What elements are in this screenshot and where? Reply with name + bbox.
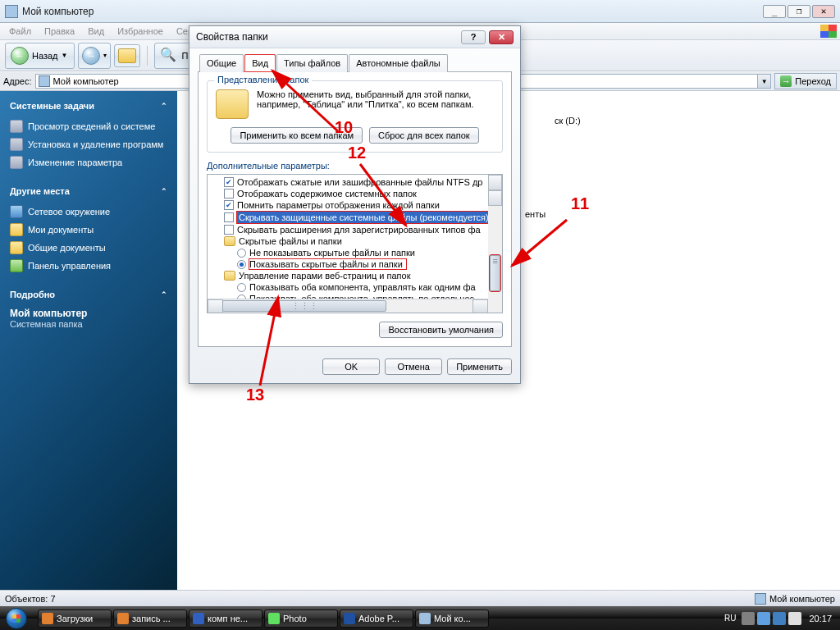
menu-file[interactable]: Файл <box>3 25 37 38</box>
details-name: Мой компьютер <box>10 308 167 319</box>
tree-item[interactable]: Отображать содержимое системных папок <box>209 188 500 199</box>
sidebar-group-places[interactable]: Другие места <box>10 186 167 196</box>
sidebar-link-shareddocs[interactable]: Общие документы <box>10 239 167 257</box>
task-downloads[interactable]: Загрузки <box>38 609 112 628</box>
go-button[interactable]: → Переход <box>774 73 837 89</box>
clock[interactable]: 20:17 <box>804 614 837 623</box>
tree-item[interactable]: Скрывать расширения для зарегистрированн… <box>209 224 500 235</box>
folder-views-group: Представление папок Можно применить вид,… <box>207 80 503 153</box>
reset-all-button[interactable]: Сброс для всех папок <box>369 127 479 144</box>
network-icon <box>10 205 23 218</box>
radio-icon[interactable] <box>237 249 246 258</box>
task-photo[interactable]: Photo <box>264 609 338 628</box>
sidebar-link-add-remove[interactable]: Установка и удаление программ <box>10 135 167 153</box>
tab-view[interactable]: Вид <box>244 54 276 72</box>
tray-icon[interactable] <box>742 612 755 625</box>
firefox-icon <box>42 613 53 624</box>
folder-icon <box>10 223 23 236</box>
folder-icon <box>10 241 23 254</box>
group-text-2: например, "Таблица" или "Плитка", ко все… <box>257 99 474 109</box>
radio-icon[interactable] <box>237 283 246 292</box>
sidebar-link-mydocs[interactable]: Мои документы <box>10 221 167 239</box>
details-type: Системная папка <box>10 319 167 329</box>
menu-edit[interactable]: Правка <box>39 25 80 38</box>
tree-item-hidden-header: Скрытые файлы и папки <box>209 235 500 247</box>
tree-radio-pair-1[interactable]: Показывать оба компонента, управлять как… <box>209 281 500 293</box>
sidebar-group-system[interactable]: Системные задачи <box>10 101 167 111</box>
ok-button[interactable]: OK <box>322 358 380 375</box>
apply-to-all-button[interactable]: Применить ко всем папкам <box>231 127 363 144</box>
address-label: Адрес: <box>3 76 32 86</box>
scrollbar-thumb-h[interactable]: ⋮⋮⋮ <box>222 300 386 312</box>
sidebar-group-details[interactable]: Подробно <box>10 290 167 299</box>
lang-indicator[interactable]: RU <box>721 612 739 624</box>
control-panel-icon <box>10 259 23 272</box>
computer-icon <box>5 5 18 18</box>
treeview-vscrollbar[interactable] <box>488 175 502 299</box>
box-icon <box>10 138 23 151</box>
tree-radio-hide[interactable]: Не показывать скрытые файлы и папки <box>209 247 500 258</box>
menu-view[interactable]: Вид <box>82 25 110 38</box>
scrollbar-thumb[interactable] <box>490 255 500 291</box>
sidebar-link-network[interactable]: Сетевое окружение <box>10 203 167 221</box>
tab-general[interactable]: Общие <box>199 54 244 72</box>
radio-icon[interactable] <box>237 260 246 269</box>
photo-icon <box>268 613 280 624</box>
dialog-close-button[interactable]: ✕ <box>489 30 514 44</box>
checkbox-icon[interactable] <box>224 189 234 199</box>
back-button[interactable]: ← Назад ▼ <box>5 43 75 69</box>
minimize-button[interactable]: _ <box>763 5 786 18</box>
cancel-button[interactable]: Отмена <box>385 358 442 375</box>
dialog-help-button[interactable]: ? <box>461 30 486 44</box>
up-button[interactable] <box>114 44 140 67</box>
address-dropdown-button[interactable]: ▼ <box>758 74 771 89</box>
tray-network-icon[interactable] <box>773 612 786 625</box>
checkbox-icon[interactable] <box>224 212 234 222</box>
forward-button[interactable]: → ▾ <box>78 43 111 69</box>
info-icon <box>10 120 23 133</box>
tab-filetypes[interactable]: Типы файлов <box>276 54 348 72</box>
dialog-titlebar[interactable]: Свойства папки ? ✕ <box>189 26 520 48</box>
photoshop-icon <box>344 613 355 624</box>
menu-favorites[interactable]: Избранное <box>112 25 169 38</box>
tree-radio-show[interactable]: Показывать скрытые файлы и папки <box>209 258 500 270</box>
apply-button[interactable]: Применить <box>447 358 512 375</box>
task-record[interactable]: запись ... <box>113 609 187 628</box>
task-photoshop[interactable]: Adobe P... <box>340 609 413 628</box>
back-arrow-icon: ← <box>11 47 29 65</box>
search-icon: 🔍 <box>160 47 178 65</box>
maximize-button[interactable]: ❐ <box>788 5 810 18</box>
tree-item[interactable]: Помнить параметры отображения каждой пап… <box>209 199 500 211</box>
sidebar-link-sys-info[interactable]: Просмотр сведений о системе <box>10 117 167 135</box>
drive-d-label[interactable]: ск (D:) <box>555 116 581 126</box>
folder-icon <box>224 236 235 246</box>
tray-icon[interactable] <box>757 612 770 625</box>
tray-volume-icon[interactable] <box>788 612 801 625</box>
word-icon <box>193 613 204 624</box>
documents-label[interactable]: енты <box>525 209 546 219</box>
folder-up-icon <box>118 48 136 63</box>
go-label: Переход <box>795 76 831 86</box>
windows-flag-icon <box>820 25 837 38</box>
computer-icon <box>419 613 431 624</box>
group-text-1: Можно применить вид, выбранный для этой … <box>257 89 474 99</box>
checkbox-icon[interactable] <box>224 225 234 235</box>
treeview-hscrollbar[interactable]: ⋮⋮⋮ <box>208 299 488 313</box>
sidebar-link-controlpanel[interactable]: Панель управления <box>10 257 167 275</box>
status-objects: Объектов: 7 <box>5 594 56 604</box>
computer-icon <box>39 75 50 87</box>
system-tray: RU 20:17 <box>718 612 840 625</box>
restore-defaults-button[interactable]: Восстановить умолчания <box>379 322 503 338</box>
tree-item-hide-protected[interactable]: Скрывать защищенные системные файлы (рек… <box>209 211 500 224</box>
tab-offline[interactable]: Автономные файлы <box>349 54 448 72</box>
start-button[interactable] <box>0 606 33 630</box>
task-mycomputer[interactable]: Мой ко... <box>415 609 489 628</box>
task-word[interactable]: комп не... <box>189 609 262 628</box>
scrollbar-corner <box>488 299 502 313</box>
checkbox-icon[interactable] <box>224 177 234 187</box>
sidebar-link-change-param[interactable]: Изменение параметра <box>10 153 167 171</box>
close-button[interactable]: ✕ <box>812 5 835 18</box>
checkbox-icon[interactable] <box>224 200 234 210</box>
folder-options-dialog: Свойства папки ? ✕ Общие Вид Типы файлов… <box>189 25 521 384</box>
tree-item[interactable]: Отображать сжатые или зашифрованные файл… <box>209 176 500 188</box>
